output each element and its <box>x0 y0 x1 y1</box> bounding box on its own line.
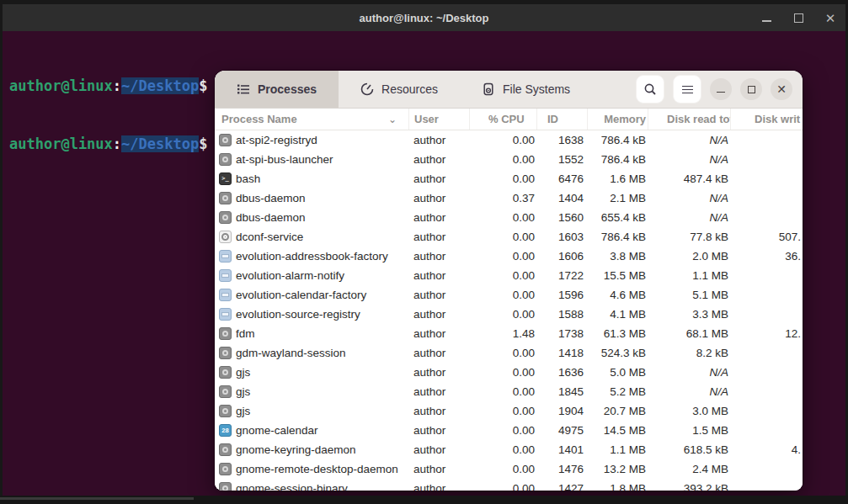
id-cell: 1738 <box>536 327 587 340</box>
menu-button[interactable] <box>673 75 701 103</box>
id-cell: 1904 <box>536 405 587 417</box>
column-label: Disk writ <box>755 113 800 125</box>
table-row[interactable]: gnome-session-binary author 0.00 1427 1.… <box>215 479 803 491</box>
memory-cell: 13.2 MB <box>587 463 648 475</box>
tab-label: File Systems <box>503 82 570 96</box>
table-row[interactable]: gjs author 0.00 1904 20.7 MB 3.0 MB <box>215 401 803 421</box>
cpu-cell: 0.00 <box>469 463 536 475</box>
process-icon: >_ <box>219 172 232 185</box>
disk-write-cell: 36. <box>730 250 803 263</box>
process-icon <box>219 482 232 491</box>
table-row[interactable]: gjs author 0.00 1845 5.2 MB N/A <box>215 382 803 401</box>
memory-cell: 3.8 MB <box>587 250 648 263</box>
cpu-cell: 0.00 <box>469 134 536 146</box>
system-monitor-headerbar[interactable]: Processes Resources File Systems <box>215 71 803 109</box>
process-name-cell: dbus-daemon <box>215 211 408 224</box>
tab-processes[interactable]: Processes <box>215 71 339 108</box>
table-row[interactable]: dbus-daemon author 0.37 1404 2.1 MB N/A <box>215 188 803 208</box>
disk-read-cell: 77.8 kB <box>648 231 730 243</box>
terminal-titlebar[interactable]: author@linux: ~/Desktop ✕ <box>3 4 845 31</box>
table-row[interactable]: dbus-daemon author 0.00 1560 655.4 kB N/… <box>215 208 803 227</box>
process-name: evolution-calendar-factory <box>236 289 366 301</box>
process-name: gjs <box>236 366 250 379</box>
user-cell: author <box>408 250 469 263</box>
table-row[interactable]: >_ bash author 0.00 6476 1.6 MB 487.4 kB <box>215 169 803 188</box>
disk-read-cell: 2.4 MB <box>648 463 730 475</box>
process-name-cell: gnome-keyring-daemon <box>215 443 408 456</box>
process-icon <box>219 211 232 224</box>
disk-icon <box>482 82 495 96</box>
table-row[interactable]: evolution-addressbook-factory author 0.0… <box>215 247 803 266</box>
column-label: Process Name <box>221 113 297 125</box>
process-table-header: Process Name ⌄ User % CPU ID Memory Disk… <box>215 109 803 130</box>
process-name: bash <box>236 172 260 185</box>
tab-file-systems[interactable]: File Systems <box>460 71 592 108</box>
id-cell: 1427 <box>536 482 587 491</box>
table-row[interactable]: evolution-alarm-notify author 0.00 1722 … <box>215 266 803 285</box>
monitor-minimize-button[interactable] <box>710 78 732 100</box>
memory-cell: 1.6 MB <box>587 172 648 185</box>
prompt-path: ~/Desktop <box>121 135 199 152</box>
table-row[interactable]: fdm author 1.48 1738 61.3 MB 68.1 MB 12. <box>215 324 803 343</box>
memory-cell: 4.1 MB <box>587 308 648 321</box>
process-name-cell: evolution-calendar-factory <box>215 289 408 301</box>
search-button[interactable] <box>636 75 664 103</box>
memory-cell: 786.4 kB <box>587 134 648 146</box>
table-row[interactable]: gnome-remote-desktop-daemon author 0.00 … <box>215 459 803 479</box>
table-row[interactable]: gnome-keyring-daemon author 0.00 1401 1.… <box>215 440 803 459</box>
table-row[interactable]: 28 gnome-calendar author 0.00 4975 14.5 … <box>215 421 803 440</box>
terminal-close-button[interactable]: ✕ <box>824 11 837 24</box>
column-header-user[interactable]: User <box>408 109 469 130</box>
id-cell: 1636 <box>536 366 587 379</box>
table-row[interactable]: dconf-service author 0.00 1603 786.4 kB … <box>215 227 803 247</box>
column-header-disk-write[interactable]: Disk writ <box>730 109 803 130</box>
table-row[interactable]: at-spi2-registryd author 0.00 1638 786.4… <box>215 130 803 150</box>
table-row[interactable]: gdm-wayland-session author 0.00 1418 524… <box>215 343 803 363</box>
user-cell: author <box>408 443 469 456</box>
process-icon <box>219 347 232 359</box>
disk-read-cell: 2.0 MB <box>648 250 730 263</box>
process-name-cell: >_ bash <box>215 172 408 185</box>
id-cell: 1845 <box>536 385 587 398</box>
process-name: gdm-wayland-session <box>236 347 346 359</box>
disk-read-cell: N/A <box>648 134 730 146</box>
cpu-cell: 0.00 <box>469 443 536 456</box>
tab-resources[interactable]: Resources <box>339 71 460 108</box>
user-cell: author <box>408 192 469 204</box>
headerbar-right-controls: ✕ <box>636 71 803 108</box>
column-header-process-name[interactable]: Process Name ⌄ <box>215 109 408 130</box>
id-cell: 1722 <box>536 269 587 282</box>
cpu-cell: 0.00 <box>469 153 536 166</box>
id-cell: 1596 <box>536 289 587 301</box>
id-cell: 1418 <box>536 347 587 359</box>
process-name-cell: gdm-wayland-session <box>215 347 408 359</box>
process-name-cell: gnome-session-binary <box>215 482 408 491</box>
monitor-close-button[interactable]: ✕ <box>771 78 792 100</box>
tab-label: Resources <box>381 82 438 96</box>
monitor-maximize-button[interactable] <box>740 78 762 100</box>
memory-cell: 4.6 MB <box>587 289 648 301</box>
process-name-cell: evolution-alarm-notify <box>215 269 408 282</box>
user-cell: author <box>408 211 469 224</box>
memory-cell: 1.1 MB <box>587 443 648 456</box>
cpu-cell: 0.00 <box>469 172 536 185</box>
process-name-cell: gjs <box>215 385 408 398</box>
process-icon <box>219 366 232 379</box>
table-row[interactable]: evolution-calendar-factory author 0.00 1… <box>215 285 803 305</box>
column-header-disk-read[interactable]: Disk read tot <box>648 109 730 130</box>
column-header-memory[interactable]: Memory <box>587 109 648 130</box>
process-name: at-spi2-registryd <box>236 134 317 146</box>
user-cell: author <box>408 385 469 398</box>
table-row[interactable]: evolution-source-registry author 0.00 15… <box>215 305 803 324</box>
cpu-cell: 0.00 <box>469 269 536 282</box>
terminal-maximize-button[interactable] <box>792 11 805 24</box>
process-name: gjs <box>236 385 250 398</box>
column-header-id[interactable]: ID <box>536 109 587 130</box>
user-cell: author <box>408 308 469 321</box>
column-header-cpu[interactable]: % CPU <box>469 109 536 130</box>
disk-read-cell: 1.1 MB <box>648 269 730 282</box>
terminal-minimize-button[interactable] <box>760 11 773 24</box>
table-row[interactable]: gjs author 0.00 1636 5.0 MB N/A <box>215 363 803 382</box>
maximize-icon <box>748 86 755 93</box>
table-row[interactable]: at-spi-bus-launcher author 0.00 1552 786… <box>215 150 803 169</box>
